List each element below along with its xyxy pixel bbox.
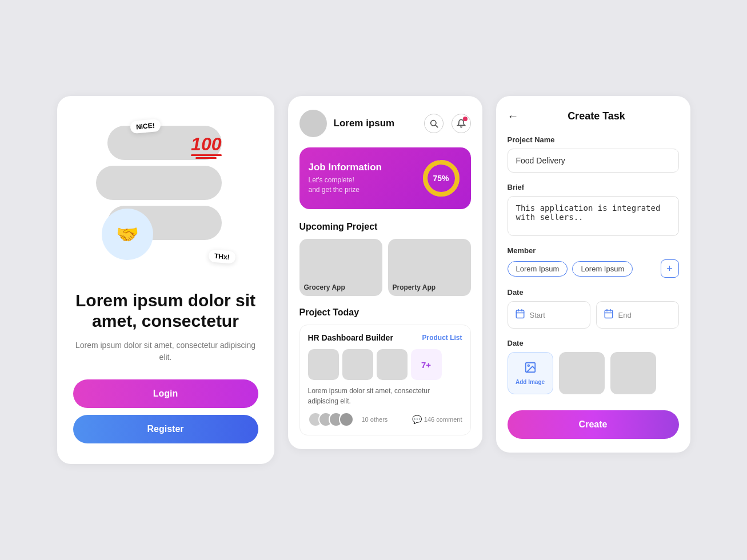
comment-count: 146 comment [424,416,462,423]
avatars-row [308,412,349,427]
brief-input[interactable]: This application is integrated with sell… [508,196,679,236]
today-project-title: HR Dashboard Builder [308,333,393,342]
thumb-3 [377,349,408,380]
svg-point-13 [528,365,529,366]
property-app-label: Property App [393,283,436,291]
calendar-end-icon [604,309,614,321]
project-today-card: HR Dashboard Builder Product List 7+ Lor… [299,325,471,435]
job-info-subtitle: Let's complete!and get the prize [309,175,382,195]
register-button[interactable]: Register [73,415,258,443]
grocery-app-label: Grocery App [304,283,345,291]
progress-percent: 75% [433,174,449,183]
project-name-input[interactable] [508,149,679,173]
svg-rect-8 [605,310,613,318]
avatar [299,110,327,137]
job-info-title: Job Information [309,162,382,173]
thx-badge: THx! [208,249,235,264]
svg-rect-4 [516,310,524,318]
job-info-text: Job Information Let's complete!and get t… [309,162,382,195]
member-chip-2[interactable]: Lorem Ipsum [572,261,633,277]
search-button[interactable] [424,114,444,133]
today-footer: 10 others 💬 146 comment [308,412,462,427]
date-row: Start End [508,301,679,329]
member-avatar-4 [339,412,354,427]
product-list-link[interactable]: Product List [422,334,462,342]
project-thumb-property[interactable]: Property App [388,239,471,296]
header-icons [424,114,471,133]
comment-area: 💬 146 comment [412,415,462,424]
comment-icon: 💬 [412,415,422,424]
pill-2 [96,166,222,200]
user-name: Lorem ipsum [334,118,424,129]
project-today-header: HR Dashboard Builder Product List [308,333,462,342]
thumb-2 [342,349,373,380]
start-label: Start [530,311,545,319]
screen-create-task: ← Create Task Project Name Brief This ap… [496,96,690,453]
back-button[interactable]: ← [508,110,519,123]
hundred-emoji: 100 [191,135,221,159]
create-button[interactable]: Create [508,410,679,439]
illustration: NiCE! 100 🤝 THx! [73,114,258,274]
notification-dot [463,117,468,121]
screen-login: NiCE! 100 🤝 THx! Lorem ipsum dolor sit a… [57,96,274,464]
handshake-icon: 🤝 [102,209,153,260]
notification-button[interactable] [452,114,471,133]
start-date-button[interactable]: Start [508,301,590,329]
member-chip-1[interactable]: Lorem Ipsum [508,261,568,277]
job-info-card: Job Information Let's complete!and get t… [299,147,471,209]
member-label: Member [508,246,679,255]
project-name-label: Project Name [508,135,679,144]
calendar-start-icon [515,309,525,321]
progress-donut: 75% [421,158,462,199]
project-today-title: Project Today [299,307,471,318]
date-label: Date [508,288,679,297]
image-slot-2 [610,352,656,394]
add-image-button[interactable]: Add Image [508,352,553,394]
screen-dashboard: Lorem ipsum Job Information Let's comple… [288,96,482,449]
login-button[interactable]: Login [73,379,258,408]
project-thumb-grocery[interactable]: Grocery App [299,239,382,296]
today-thumbnails: 7+ [308,349,462,380]
today-description: Lorem ipsum dolor sit amet, consectetur … [308,386,462,406]
brief-label: Brief [508,183,679,191]
end-date-button[interactable]: End [596,301,679,329]
thumb-count: 7+ [411,349,442,380]
create-task-header: ← Create Task [508,110,679,123]
page-title: Create Task [526,110,668,122]
upcoming-section-title: Upcoming Project [299,222,471,232]
add-image-icon [524,361,537,377]
add-image-label: Add Image [516,379,545,385]
image-slot-1 [559,352,605,394]
image-row: Add Image [508,352,679,394]
screen1-subtitle: Lorem ipsum dolor sit amet, consectetur … [73,339,258,363]
upcoming-projects-grid: Grocery App Property App [299,239,471,296]
screen1-title: Lorem ipsum dolor sit amet, consectetur [73,290,258,331]
others-count: 10 others [362,416,388,423]
svg-line-1 [436,125,438,127]
date-label-2: Date [508,339,679,347]
end-label: End [618,311,632,319]
thumb-1 [308,349,339,380]
add-member-button[interactable]: + [661,259,679,278]
dashboard-header: Lorem ipsum [299,110,471,137]
member-row: Lorem Ipsum Lorem Ipsum + [508,259,679,278]
